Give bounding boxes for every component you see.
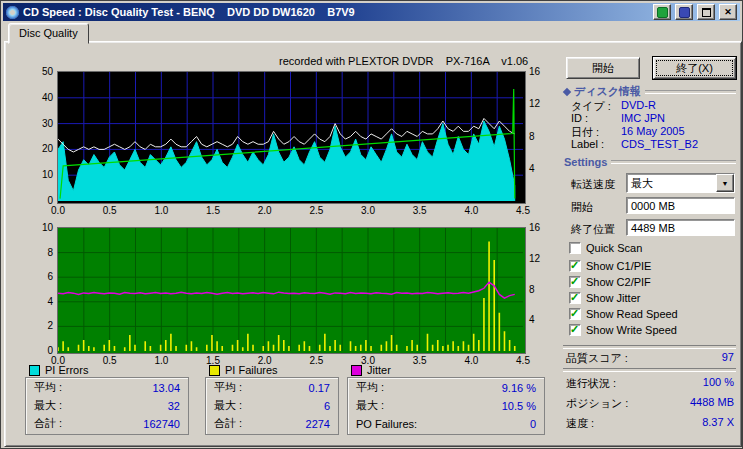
- pi-failures-stats-box: 平均 :0.17 最大 :6 合計 :2274: [205, 377, 339, 435]
- checkbox[interactable]: [569, 242, 581, 254]
- checkbox-show-write-speed[interactable]: ✓ Show Write Speed: [569, 323, 677, 337]
- stat-value: 162740: [143, 418, 180, 430]
- header-rule: [611, 160, 736, 164]
- close-icon: ✕: [724, 7, 732, 17]
- end-position-field[interactable]: 4489 MB: [626, 219, 735, 236]
- checkbox[interactable]: ✓: [569, 308, 581, 320]
- start-position-label: 開始: [571, 200, 593, 215]
- stat-row: PO Failures:0: [348, 414, 544, 432]
- quality-score-label: 品質スコア :: [566, 351, 628, 366]
- close-button[interactable]: ✕: [719, 4, 737, 20]
- axis-tick-label: 4.0: [461, 355, 481, 366]
- stat-row: 合計 :162740: [26, 414, 188, 432]
- axis-tick-label: 16: [529, 66, 540, 77]
- stat-label: 最大 :: [356, 398, 384, 413]
- jitter-swatch: [351, 365, 362, 376]
- cd-disc-icon[interactable]: [6, 6, 19, 19]
- axis-tick-label: 2.5: [306, 205, 326, 216]
- axis-tick-label: 50: [28, 66, 53, 77]
- stat-row: 合計 :2274: [206, 414, 338, 432]
- axis-tick-label: 1.0: [151, 355, 171, 366]
- checkbox-show-read-speed[interactable]: ✓ Show Read Speed: [569, 307, 678, 321]
- header-rule: [645, 90, 736, 94]
- axis-tick-label: 1.5: [203, 205, 223, 216]
- stat-row: 最大 :32: [26, 396, 188, 414]
- axis-tick-label: 4: [529, 163, 535, 174]
- axis-tick-label: 16: [529, 222, 540, 233]
- stat-value: 9.16 %: [502, 382, 536, 394]
- speed-select-label: 転送速度: [571, 177, 615, 192]
- disc-label-label: Label :: [571, 138, 621, 150]
- position-label: ポジション :: [566, 396, 628, 411]
- axis-tick-label: 2.0: [255, 355, 275, 366]
- axis-tick-label: 12: [529, 98, 540, 109]
- stat-label: 合計 :: [214, 416, 242, 431]
- checkbox-show-jitter[interactable]: ✓ Show Jitter: [569, 291, 640, 305]
- axis-tick-label: 12: [529, 253, 540, 264]
- checkbox-show-c1-pie[interactable]: ✓ Show C1/PIE: [569, 259, 651, 273]
- tray-icon: [679, 7, 690, 18]
- stat-label: 最大 :: [214, 398, 242, 413]
- chevron-down-icon[interactable]: ▼: [716, 174, 734, 192]
- stat-value: 32: [168, 400, 180, 412]
- position-value: 4488 MB: [690, 396, 734, 411]
- progress-label: 進行状況 :: [566, 376, 616, 391]
- checkbox-quick-scan[interactable]: Quick Scan: [569, 241, 642, 255]
- axis-tick-label: 8: [529, 284, 535, 295]
- start-position-field[interactable]: 0000 MB: [626, 197, 735, 214]
- check-icon: ✓: [570, 275, 579, 288]
- position-row: ポジション : 4488 MB: [566, 396, 734, 411]
- checkbox[interactable]: ✓: [569, 260, 581, 272]
- pie-errors-chart-svg: [58, 72, 523, 201]
- tab-disc-quality[interactable]: Disc Quality: [8, 23, 89, 44]
- stat-value: 0: [530, 418, 536, 430]
- axis-tick-label: 20: [28, 143, 53, 154]
- cd-speed-window: CD Speed : Disc Quality Test - BENQ DVD …: [0, 0, 743, 449]
- diamond-icon: [563, 87, 571, 95]
- pi-errors-swatch: [29, 365, 40, 376]
- quality-score-value: 97: [722, 351, 734, 366]
- axis-tick-label: 30: [28, 118, 53, 129]
- axis-tick-label: 4: [28, 296, 53, 307]
- progress-row: 進行状況 : 100 %: [566, 376, 734, 391]
- axis-tick-label: 10: [28, 169, 53, 180]
- axis-tick-label: 4.5: [513, 205, 533, 216]
- stat-row: 最大 :6: [206, 396, 338, 414]
- stat-value: 6: [324, 400, 330, 412]
- maximize-button[interactable]: [697, 4, 715, 20]
- checkbox-label: Show Jitter: [586, 292, 640, 304]
- pif-jitter-chart: [57, 227, 526, 354]
- checkbox-label: Show Read Speed: [586, 308, 678, 320]
- window-title: CD Speed : Disc Quality Test - BENQ DVD …: [23, 6, 649, 18]
- pin-button[interactable]: [653, 4, 671, 20]
- stat-label: 最大 :: [34, 398, 62, 413]
- axis-tick-label: 1.0: [151, 205, 171, 216]
- quality-score-row: 品質スコア : 97: [566, 351, 734, 366]
- exit-button[interactable]: 終了(X): [653, 57, 736, 79]
- disc-id-row: ID :IMC JPN: [571, 112, 735, 124]
- speed-select-value: 最大: [627, 174, 716, 192]
- end-position-label: 終了位置: [571, 222, 615, 237]
- checkbox[interactable]: ✓: [569, 276, 581, 288]
- axis-tick-label: 4: [529, 314, 535, 325]
- axis-tick-label: 2.5: [306, 355, 326, 366]
- stat-value: 10.5 %: [502, 400, 536, 412]
- start-button[interactable]: 開始: [566, 57, 640, 79]
- axis-tick-label: 4.0: [461, 205, 481, 216]
- checkbox[interactable]: ✓: [569, 324, 581, 336]
- axis-tick-label: 2: [28, 320, 53, 331]
- checkbox[interactable]: ✓: [569, 292, 581, 304]
- axis-tick-label: 0.0: [48, 355, 68, 366]
- axis-tick-label: 3.5: [410, 205, 430, 216]
- check-icon: ✓: [570, 307, 579, 320]
- checkbox-show-c2-pif[interactable]: ✓ Show C2/PIF: [569, 275, 651, 289]
- divider: [563, 345, 736, 349]
- stat-value: 13.04: [152, 382, 180, 394]
- axis-tick-label: 1.5: [203, 355, 223, 366]
- speed-select[interactable]: 最大 ▼: [626, 173, 735, 193]
- disc-label-row: Label :CDS_TEST_B2: [571, 138, 735, 150]
- speed-label: 速度 :: [566, 416, 594, 431]
- tray-button[interactable]: [675, 4, 693, 20]
- divider: [563, 368, 736, 372]
- speed-value: 8.37 X: [702, 416, 734, 431]
